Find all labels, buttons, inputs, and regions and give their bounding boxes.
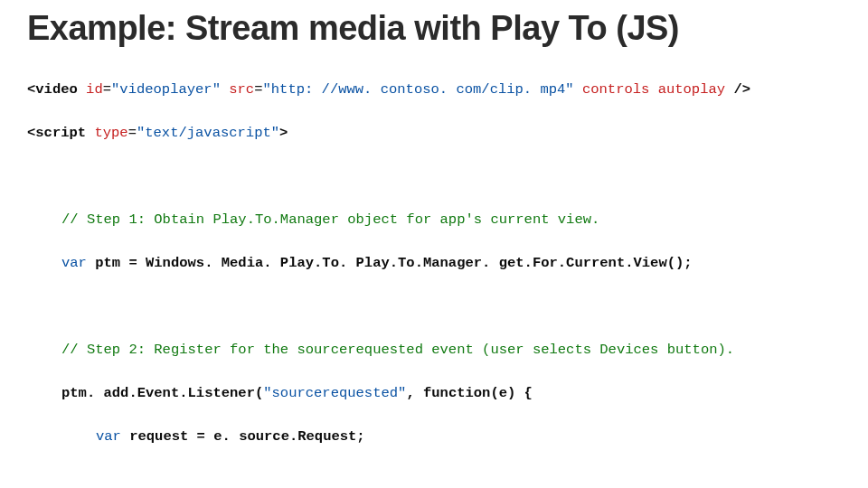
comment-step1: // Step 1: Obtain Play.To.Manager object…	[61, 209, 841, 230]
blank-line	[27, 296, 841, 317]
comment-step2: // Step 2: Register for the sourcereques…	[61, 339, 841, 361]
kw-var: var	[61, 255, 87, 271]
blank-line	[27, 165, 841, 187]
code-line-request: var request = e. source.Request;	[96, 426, 841, 447]
tag-script-open: <script	[27, 125, 86, 141]
val-src: "http: //www. contoso. com/clip. mp4"	[262, 81, 573, 98]
slide: Example: Stream media with Play To (JS) …	[0, 0, 868, 488]
string-sourcerequested: "sourcerequested"	[263, 385, 406, 401]
attr-src: src	[221, 81, 254, 98]
tag-video-close: />	[733, 81, 750, 98]
eq: =	[128, 125, 137, 141]
code-text: ptm. add.Event.Listener(	[61, 385, 263, 401]
code-line-listener: ptm. add.Event.Listener("sourcerequested…	[61, 382, 841, 404]
code-line-video: <video id="videoplayer" src="http: //www…	[27, 79, 841, 100]
attr-controls-autoplay: controls autoplay	[574, 81, 734, 98]
code-text: ptm = Windows. Media. Play.To. Play.To.M…	[87, 255, 693, 271]
code-line-script-open: <script type="text/javascript">	[27, 122, 841, 144]
gt: >	[279, 125, 288, 141]
code-line-ptm-decl: var ptm = Windows. Media. Play.To. Play.…	[61, 252, 841, 274]
code-text: request = e. source.Request;	[121, 428, 365, 445]
blank-line	[27, 469, 841, 488]
attr-type: type	[86, 125, 128, 141]
val-type: "text/javascript"	[137, 125, 279, 141]
kw-var: var	[96, 428, 121, 445]
val-id: "videoplayer"	[111, 81, 221, 98]
code-block: <video id="videoplayer" src="http: //www…	[27, 57, 841, 488]
slide-title: Example: Stream media with Play To (JS)	[27, 9, 841, 48]
eq: =	[103, 81, 111, 98]
code-text: , function(e) {	[406, 385, 533, 401]
attr-id: id	[78, 81, 103, 98]
tag-video-open: <video	[27, 81, 78, 98]
